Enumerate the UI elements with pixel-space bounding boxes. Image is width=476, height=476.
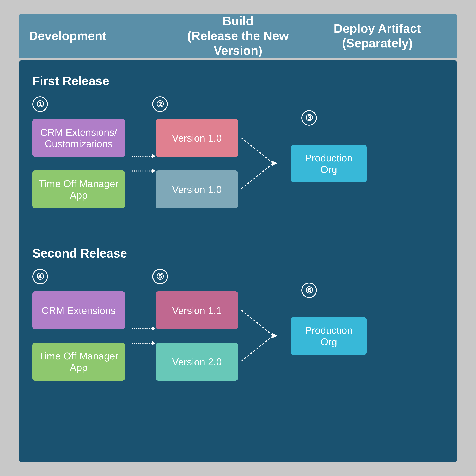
step-badge-6: ⑥: [301, 283, 317, 298]
svg-line-3: [241, 310, 273, 336]
second-crm-box: CRM Extensions: [32, 291, 125, 329]
second-dev-stack: CRM Extensions Time Off Manager App: [32, 291, 128, 381]
first-version-10-top: Version 1.0: [156, 119, 238, 157]
first-dev-stack: CRM Extensions/ Customizations Time Off …: [32, 119, 128, 208]
step-badge-1: ①: [32, 97, 48, 112]
arrow-1-bottom: [132, 170, 152, 171]
first-build-stack: Version 1.0 Version 1.0: [156, 119, 241, 208]
first-converge-col: [241, 117, 289, 210]
second-version-20: Version 2.0: [156, 343, 238, 381]
dotted-arrow-4: [132, 343, 152, 344]
step-badge-4: ④: [32, 269, 48, 284]
first-release-inner: CRM Extensions/ Customizations Time Off …: [32, 108, 444, 210]
converge-svg-2: [241, 289, 286, 382]
second-timeoff-box: Time Off Manager App: [32, 343, 125, 381]
arrow-2-top: [132, 328, 152, 329]
second-release-title: Second Release: [32, 246, 444, 260]
second-version-11: Version 1.1: [156, 291, 238, 329]
svg-marker-5: [272, 333, 277, 338]
first-release-section: First Release ① ② ③ CRM Extensions/ Cust…: [32, 74, 444, 210]
arrow-2-bottom: [132, 343, 152, 344]
step-badge-3: ③: [301, 110, 317, 126]
second-deploy-col: Production Org: [289, 317, 368, 355]
first-release-title: First Release: [32, 74, 444, 88]
header-deploy: Deploy Artifact (Separately): [308, 21, 447, 51]
header-row: Development Build (Release the New Versi…: [19, 14, 457, 58]
first-arrow-col-1: [128, 156, 156, 171]
first-crm-box: CRM Extensions/ Customizations: [32, 119, 125, 157]
first-deploy-col: Production Org: [289, 145, 368, 183]
second-converge-col: [241, 289, 289, 383]
first-version-10-bottom: Version 1.0: [156, 170, 238, 208]
svg-line-4: [241, 336, 273, 361]
first-timeoff-box: Time Off Manager App: [32, 170, 125, 208]
dotted-arrow-3: [132, 328, 152, 329]
second-release-inner: CRM Extensions Time Off Manager App: [32, 281, 444, 383]
first-release-content: ① ② ③ CRM Extensions/ Customizations Tim…: [32, 97, 444, 210]
first-production-org: Production Org: [291, 145, 367, 183]
main-area: First Release ① ② ③ CRM Extensions/ Cust…: [19, 60, 457, 462]
svg-marker-2: [272, 161, 277, 166]
second-build-stack: Version 1.1 Version 2.0: [156, 291, 241, 381]
second-release-content: ④ ⑤ ⑥ CRM Extensions Time Off Manager Ap…: [32, 269, 444, 383]
dotted-arrow-1: [132, 156, 152, 157]
second-release-section: Second Release ④ ⑤ ⑥ CRM Extensions Time…: [32, 246, 444, 383]
converge-svg-1: [241, 117, 286, 210]
arrow-1-top: [132, 156, 152, 157]
svg-line-0: [241, 138, 273, 163]
step-badge-5: ⑤: [152, 269, 168, 284]
header-build: Build (Release the New Version): [168, 14, 307, 58]
second-production-org: Production Org: [291, 317, 367, 355]
dotted-arrow-2: [132, 170, 152, 171]
header-development: Development: [29, 28, 168, 43]
second-arrow-col-1: [128, 328, 156, 344]
svg-line-1: [241, 163, 273, 189]
step-badge-2: ②: [152, 97, 168, 112]
